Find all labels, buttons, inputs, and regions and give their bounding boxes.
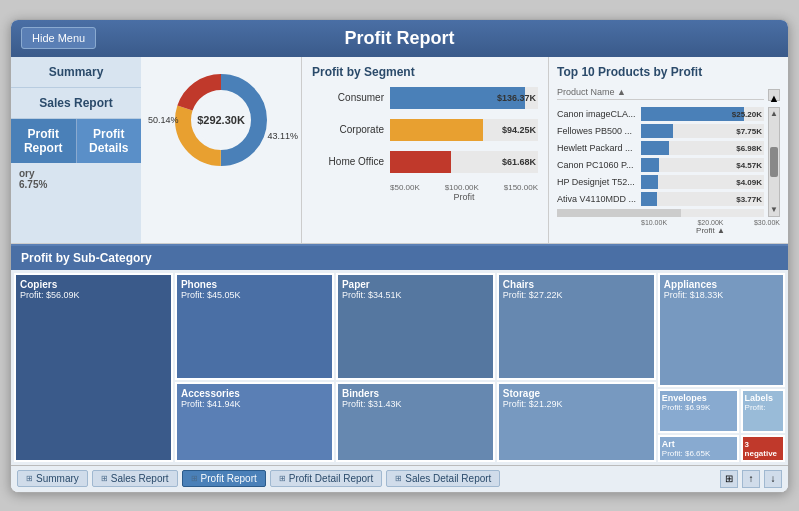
tab-label-summary: Summary bbox=[36, 473, 79, 484]
tm-cell-binders[interactable]: Binders Profit: $31.43K bbox=[336, 382, 495, 461]
tm-cell-envelopes[interactable]: Envelopes Profit: $6.99K bbox=[658, 389, 739, 432]
category-label: ory 6.75% bbox=[11, 163, 141, 195]
top10-scrollbar[interactable]: ▲ ▼ bbox=[768, 107, 780, 217]
left-nav: Summary Sales Report Profit Report Profi… bbox=[11, 57, 141, 243]
tm-cell-accessories[interactable]: Accessories Profit: $41.94K bbox=[175, 382, 334, 461]
scroll-up-icon[interactable]: ▲ bbox=[770, 110, 778, 118]
product-row-1: Canon imageCLA... $25.20K bbox=[557, 107, 764, 121]
bar-label-consumer: Consumer bbox=[312, 92, 384, 103]
top-section: Summary Sales Report Profit Report Profi… bbox=[11, 57, 788, 244]
bar-row-consumer: Consumer $136.37K bbox=[312, 87, 538, 109]
main-container: Hide Menu Profit Report Summary Sales Re… bbox=[10, 19, 789, 493]
product-row-3: Hewlett Packard ... $6.98K bbox=[557, 141, 764, 155]
tm-cell-negative[interactable]: 3 negative bbox=[741, 435, 785, 462]
tab-summary[interactable]: ⊞ Summary bbox=[17, 470, 88, 487]
product-row-5: HP Designjet T52... $4.09K bbox=[557, 175, 764, 189]
top10-header-col: Product Name ▲ bbox=[557, 87, 764, 100]
tm-cell-chairs[interactable]: Chairs Profit: $27.22K bbox=[497, 273, 656, 381]
tm-cell-art[interactable]: Art Profit: $6.65K bbox=[658, 435, 739, 462]
product-row-2: Fellowes PB500 ... $7.75K bbox=[557, 124, 764, 138]
product-name-3: Hewlett Packard ... bbox=[557, 143, 637, 153]
top10-bars: Canon imageCLA... $25.20K Fellowes PB500… bbox=[557, 107, 764, 217]
tab-icon-sales: ⊞ bbox=[101, 474, 108, 483]
top10-x-axis: $10.00K $20.00K $30.00K bbox=[557, 219, 780, 226]
footer-tabs: ⊞ Summary ⊞ Sales Report ⊞ Profit Report… bbox=[11, 465, 788, 492]
tm-cell-appliances[interactable]: Appliances Profit: $18.33K bbox=[658, 273, 785, 388]
subcategory-title: Profit by Sub-Category bbox=[11, 246, 788, 270]
product-bar-2: $7.75K bbox=[641, 124, 764, 138]
product-bar-3: $6.98K bbox=[641, 141, 764, 155]
bar-fill-homeoffice bbox=[390, 151, 451, 173]
subcategory-section: Profit by Sub-Category Copiers Profit: $… bbox=[11, 244, 788, 465]
action-btn-up[interactable]: ↑ bbox=[742, 470, 760, 488]
segment-x-axis: $50.00K $100.00K $150.00K bbox=[312, 183, 538, 192]
donut-pct-right: 43.11% bbox=[267, 131, 298, 141]
tab-profit-detail[interactable]: ⊞ Profit Detail Report bbox=[270, 470, 382, 487]
product-bar-5: $4.09K bbox=[641, 175, 764, 189]
product-name-4: Canon PC1060 P... bbox=[557, 160, 637, 170]
tm-col-2: Phones Profit: $45.05K Accessories Profi… bbox=[175, 273, 334, 462]
bar-value-corporate: $94.25K bbox=[502, 125, 536, 135]
product-name-2: Fellowes PB500 ... bbox=[557, 126, 637, 136]
tab-icon-summary: ⊞ bbox=[26, 474, 33, 483]
top10-content: Canon imageCLA... $25.20K Fellowes PB500… bbox=[557, 107, 780, 217]
tm-col-1: Copiers Profit: $56.09K bbox=[14, 273, 173, 462]
tm-col-4: Chairs Profit: $27.22K Storage Profit: $… bbox=[497, 273, 656, 462]
tm-row-env-labels: Envelopes Profit: $6.99K Labels Profit: bbox=[658, 389, 785, 432]
product-name-6: Ativa V4110MDD ... bbox=[557, 194, 637, 204]
tab-label-sales: Sales Report bbox=[111, 473, 169, 484]
bar-fill-corporate bbox=[390, 119, 483, 141]
tab-label-profit-detail: Profit Detail Report bbox=[289, 473, 373, 484]
tab-label-profit: Profit Report bbox=[201, 473, 257, 484]
donut-center-value: $292.30K bbox=[197, 114, 245, 126]
sidebar-item-summary[interactable]: Summary bbox=[11, 57, 141, 88]
bar-value-consumer: $136.37K bbox=[497, 93, 536, 103]
tab-icon-sales-detail: ⊞ bbox=[395, 474, 402, 483]
top10-chart: Top 10 Products by Profit Product Name ▲… bbox=[548, 57, 788, 243]
tab-profit-report[interactable]: ⊞ Profit Report bbox=[182, 470, 266, 487]
tm-cell-phones[interactable]: Phones Profit: $45.05K bbox=[175, 273, 334, 381]
sidebar-item-profit-report[interactable]: Profit Report bbox=[11, 119, 77, 163]
tab-sales-report[interactable]: ⊞ Sales Report bbox=[92, 470, 178, 487]
top10-scrollbar-top[interactable]: ▲ bbox=[768, 89, 780, 101]
top10-header-row: Product Name ▲ ▲ bbox=[557, 87, 780, 104]
donut-chart-area: $292.30K 50.14% 43.11% bbox=[141, 57, 301, 243]
negative-badge: 3 negative bbox=[745, 440, 781, 458]
action-btn-grid[interactable]: ⊞ bbox=[720, 470, 738, 488]
tab-label-sales-detail: Sales Detail Report bbox=[405, 473, 491, 484]
donut-chart: $292.30K 50.14% 43.11% bbox=[166, 65, 276, 175]
tm-cell-labels[interactable]: Labels Profit: bbox=[741, 389, 785, 432]
tab-sales-detail[interactable]: ⊞ Sales Detail Report bbox=[386, 470, 500, 487]
sidebar-item-profit-details[interactable]: Profit Details bbox=[77, 119, 142, 163]
tab-icon-profit-detail: ⊞ bbox=[279, 474, 286, 483]
bar-wrapper-homeoffice: $61.68K bbox=[390, 151, 538, 173]
product-bar-6: $3.77K bbox=[641, 192, 764, 206]
product-bar-1: $25.20K bbox=[641, 107, 764, 121]
hide-menu-button[interactable]: Hide Menu bbox=[21, 27, 96, 49]
tm-col-5: Appliances Profit: $18.33K Envelopes Pro… bbox=[658, 273, 785, 462]
bar-value-homeoffice: $61.68K bbox=[502, 157, 536, 167]
tm-cell-copiers[interactable]: Copiers Profit: $56.09K bbox=[14, 273, 173, 462]
top10-x-label: Profit ▲ bbox=[557, 226, 780, 235]
tm-subcol-5b: Envelopes Profit: $6.99K Labels Profit: … bbox=[658, 389, 785, 461]
footer-actions: ⊞ ↑ ↓ bbox=[720, 470, 782, 488]
tm-cell-storage[interactable]: Storage Profit: $21.29K bbox=[497, 382, 656, 461]
page-title: Profit Report bbox=[345, 28, 455, 48]
bar-wrapper-consumer: $136.37K bbox=[390, 87, 538, 109]
product-row-4: Canon PC1060 P... $4.57K bbox=[557, 158, 764, 172]
bar-wrapper-corporate: $94.25K bbox=[390, 119, 538, 141]
product-name-1: Canon imageCLA... bbox=[557, 109, 637, 119]
product-name-5: HP Designjet T52... bbox=[557, 177, 637, 187]
sidebar-item-sales-report[interactable]: Sales Report bbox=[11, 88, 141, 119]
tm-cell-paper[interactable]: Paper Profit: $34.51K bbox=[336, 273, 495, 381]
scrollbar-thumb[interactable] bbox=[770, 147, 778, 177]
tab-icon-profit: ⊞ bbox=[191, 474, 198, 483]
tm-row-art: Art Profit: $6.65K 3 negative bbox=[658, 435, 785, 462]
action-btn-down[interactable]: ↓ bbox=[764, 470, 782, 488]
category-pct: 6.75% bbox=[19, 179, 133, 190]
top10-chart-title: Top 10 Products by Profit bbox=[557, 65, 780, 79]
tm-col-3: Paper Profit: $34.51K Binders Profit: $3… bbox=[336, 273, 495, 462]
scroll-down-icon[interactable]: ▼ bbox=[770, 206, 778, 214]
product-row-6: Ativa V4110MDD ... $3.77K bbox=[557, 192, 764, 206]
segment-chart-title: Profit by Segment bbox=[312, 65, 538, 79]
